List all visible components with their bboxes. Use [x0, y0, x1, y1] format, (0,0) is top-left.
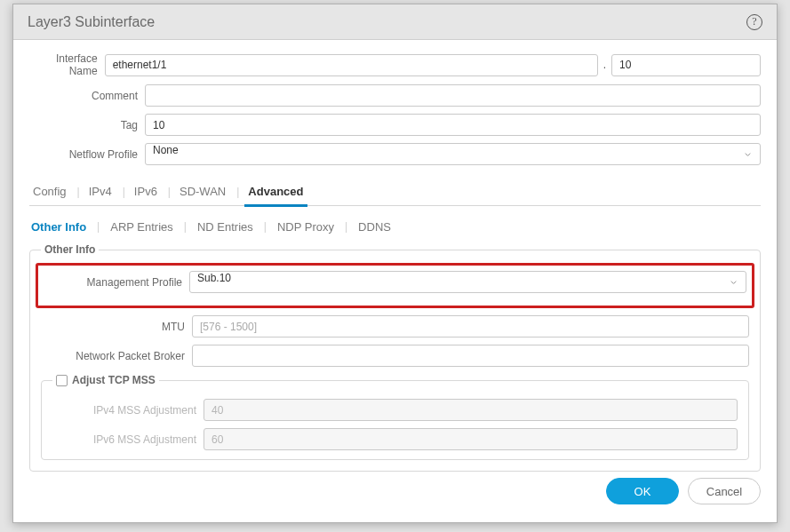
dialog-titlebar: Layer3 Subinterface ?: [13, 4, 777, 40]
group-other-info: Other Info Management Profile Sub.10 M: [29, 243, 761, 472]
subtab-nd-entries[interactable]: ND Entries: [196, 217, 255, 237]
subtab-ddns[interactable]: DDNS: [356, 217, 393, 237]
tab-ipv6[interactable]: IPv6: [131, 178, 161, 206]
tab-config[interactable]: Config: [29, 178, 70, 206]
select-management-profile-value: Sub.10: [197, 272, 231, 284]
row-comment: Comment: [29, 84, 761, 107]
highlight-management-profile: Management Profile Sub.10: [36, 263, 754, 308]
tab-ipv4[interactable]: IPv4: [85, 178, 116, 206]
row-ipv4-mss: IPv4 MSS Adjustment: [52, 399, 738, 421]
tab-advanced[interactable]: Advanced: [244, 178, 307, 206]
interface-dot: .: [603, 59, 606, 71]
select-netflow-profile-value: None: [153, 144, 179, 156]
select-management-profile[interactable]: Sub.10: [189, 271, 746, 293]
subtab-other-info[interactable]: Other Info: [29, 217, 88, 237]
label-netflow-profile: Netflow Profile: [29, 148, 145, 161]
advanced-subtabs: Other Info| ARP Entries| ND Entries| NDP…: [29, 206, 761, 242]
row-network-packet-broker: Network Packet Broker: [41, 345, 749, 367]
input-ipv6-mss: [203, 428, 738, 450]
label-network-packet-broker: Network Packet Broker: [41, 350, 192, 362]
group-other-info-legend: Other Info: [41, 243, 99, 256]
input-subinterface-id[interactable]: [611, 54, 761, 76]
main-tabs: Config| IPv4| IPv6| SD-WAN| Advanced: [29, 178, 761, 206]
input-mtu[interactable]: [192, 315, 749, 337]
label-adjust-tcp-mss: Adjust TCP MSS: [72, 374, 156, 386]
subtab-ndp-proxy[interactable]: NDP Proxy: [275, 217, 336, 237]
row-ipv6-mss: IPv6 MSS Adjustment: [52, 428, 738, 450]
input-interface-name[interactable]: [105, 54, 598, 76]
dialog-layer3-subinterface: Layer3 Subinterface ? Interface Name . C…: [12, 4, 778, 523]
ok-button[interactable]: OK: [606, 478, 679, 504]
label-management-profile: Management Profile: [44, 276, 189, 289]
label-comment: Comment: [29, 90, 145, 102]
row-mtu: MTU: [41, 315, 749, 337]
row-management-profile: Management Profile Sub.10: [44, 271, 746, 293]
label-ipv6-mss: IPv6 MSS Adjustment: [52, 433, 203, 446]
cancel-button[interactable]: Cancel: [688, 478, 761, 504]
checkbox-adjust-tcp-mss[interactable]: [56, 375, 68, 386]
legend-adjust-tcp-mss: Adjust TCP MSS: [52, 374, 159, 386]
row-tag: Tag: [29, 114, 761, 136]
dialog-footer: OK Cancel: [13, 472, 777, 522]
input-tag[interactable]: [145, 114, 761, 136]
subtab-arp-entries[interactable]: ARP Entries: [108, 217, 175, 237]
dialog-title: Layer3 Subinterface: [28, 14, 746, 30]
input-network-packet-broker[interactable]: [192, 345, 749, 367]
help-icon[interactable]: ?: [746, 14, 762, 30]
input-ipv4-mss: [203, 399, 738, 421]
group-adjust-tcp-mss: Adjust TCP MSS IPv4 MSS Adjustment IPv6 …: [41, 374, 749, 460]
label-tag: Tag: [29, 119, 145, 131]
input-comment[interactable]: [145, 84, 761, 107]
label-ipv4-mss: IPv4 MSS Adjustment: [52, 404, 203, 417]
select-netflow-profile[interactable]: None: [145, 143, 761, 165]
row-interface-name: Interface Name .: [29, 52, 761, 77]
label-mtu: MTU: [41, 321, 192, 333]
tab-sdwan[interactable]: SD-WAN: [176, 178, 229, 206]
row-netflow-profile: Netflow Profile None: [29, 143, 761, 165]
label-interface-name: Interface Name: [29, 52, 105, 77]
dialog-body: Interface Name . Comment Tag Netflow Pro…: [13, 40, 777, 472]
